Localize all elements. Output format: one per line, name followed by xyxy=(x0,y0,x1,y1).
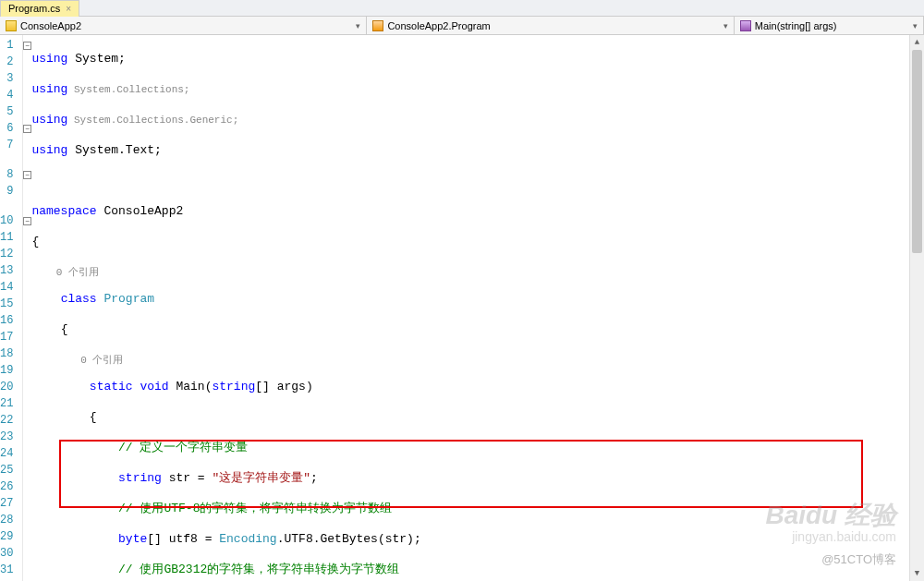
chevron-down-icon: ▾ xyxy=(913,21,918,30)
scroll-up-icon[interactable]: ▲ xyxy=(910,35,924,50)
code-line: { xyxy=(31,321,924,338)
code-line: class Program xyxy=(31,291,924,308)
code-line: using System; xyxy=(31,51,924,67)
code-line: { xyxy=(31,234,924,250)
fold-toggle[interactable]: − xyxy=(23,42,31,50)
code-line: // 定义一个字符串变量 xyxy=(31,440,924,456)
breadcrumb-class[interactable]: ConsoleApp2.Program ▾ xyxy=(367,17,734,34)
fold-toggle[interactable]: − xyxy=(23,125,31,133)
codelens: 0 个引用 xyxy=(31,352,924,365)
vertical-scrollbar[interactable]: ▲ ▼ xyxy=(909,35,924,581)
code-line: // 使用GB2312的字符集，将字符串转换为字节数组 xyxy=(31,562,924,578)
code-line: byte[] utf8 = Encoding.UTF8.GetBytes(str… xyxy=(31,531,924,548)
project-icon xyxy=(6,20,17,31)
fold-toggle[interactable]: − xyxy=(23,171,31,179)
code-line: string str = "这是字符串变量"; xyxy=(31,470,924,487)
code-area[interactable]: using System; using System.Collections; … xyxy=(31,35,924,581)
line-number-gutter: 1234567891011121314151617181920212223242… xyxy=(0,35,23,581)
breadcrumb-label: ConsoleApp2.Program xyxy=(387,20,490,31)
scrollbar-thumb[interactable] xyxy=(912,50,922,253)
breadcrumb-label: Main(string[] args) xyxy=(755,20,837,31)
close-icon[interactable]: × xyxy=(66,4,71,14)
chevron-down-icon: ▾ xyxy=(723,21,728,30)
code-line: using System.Text; xyxy=(31,142,924,159)
code-line xyxy=(31,173,924,189)
breadcrumb-project[interactable]: ConsoleApp2 ▾ xyxy=(0,17,367,34)
code-line: { xyxy=(31,409,924,426)
tab-bar: Program.cs × xyxy=(0,0,924,17)
breadcrumb-label: ConsoleApp2 xyxy=(20,20,81,31)
code-line: static void Main(string[] args) xyxy=(31,379,924,395)
tab-title: Program.cs xyxy=(8,3,60,14)
codelens: 0 个引用 xyxy=(31,264,924,277)
credit-text: @51CTO博客 xyxy=(821,551,896,568)
file-tab[interactable]: Program.cs × xyxy=(0,0,79,17)
code-line: using System.Collections; xyxy=(31,81,924,98)
fold-column: − − − − xyxy=(23,35,31,581)
code-editor[interactable]: 1234567891011121314151617181920212223242… xyxy=(0,35,924,581)
scroll-down-icon[interactable]: ▼ xyxy=(910,566,924,581)
class-icon xyxy=(372,20,383,31)
breadcrumb-bar: ConsoleApp2 ▾ ConsoleApp2.Program ▾ Main… xyxy=(0,17,924,35)
code-line: // 使用UTF-8的字符集，将字符串转换为字节数组 xyxy=(31,501,924,517)
code-line: namespace ConsoleApp2 xyxy=(31,203,924,220)
code-line: using System.Collections.Generic; xyxy=(31,112,924,128)
chevron-down-icon: ▾ xyxy=(356,21,360,30)
breadcrumb-method[interactable]: Main(string[] args) ▾ xyxy=(735,17,924,34)
fold-toggle[interactable]: − xyxy=(23,217,31,225)
method-icon xyxy=(740,20,751,31)
